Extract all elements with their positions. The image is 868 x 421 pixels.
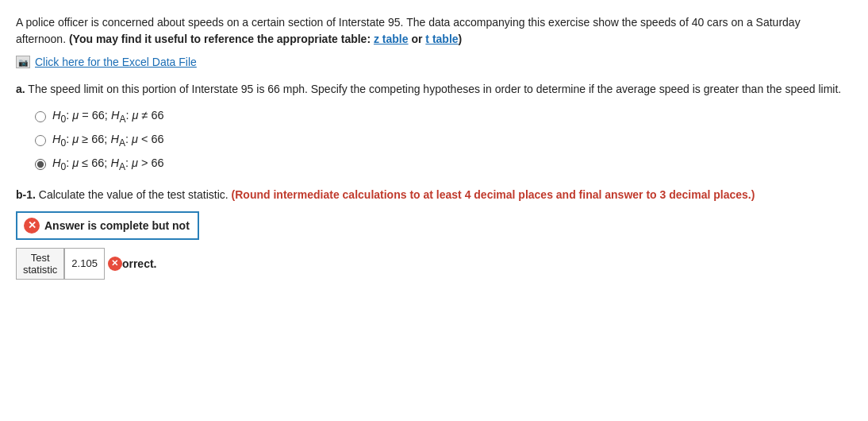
- hypothesis-label-2: H0: μ ≥ 66; HA: μ < 66: [52, 133, 164, 149]
- answer-header-text: Answer is complete but not: [44, 219, 190, 232]
- section-a-label: a.: [16, 83, 25, 95]
- result-table-area: Test statistic 2.105 ✕ orrect.: [16, 248, 852, 280]
- incorrect-label-area: ✕ orrect.: [105, 248, 157, 280]
- hypothesis-label-1: H0: μ = 66; HA: μ ≠ 66: [52, 109, 164, 125]
- excel-data-link[interactable]: Click here for the Excel Data File: [35, 56, 197, 68]
- test-statistic-value: 2.105: [71, 257, 98, 269]
- b1-question-text: Calculate the value of the test statisti…: [39, 188, 229, 201]
- intro-paragraph: A police officer is concerned about spee…: [16, 14, 852, 48]
- header-line2: statistic: [23, 264, 57, 276]
- hypothesis-radio-1[interactable]: [35, 111, 46, 122]
- t-table-link[interactable]: t table: [425, 33, 458, 45]
- hypothesis-option-2[interactable]: H0: μ ≥ 66; HA: μ < 66: [35, 133, 852, 149]
- hypothesis-option-3[interactable]: H0: μ ≤ 66; HA: μ > 66: [35, 156, 852, 172]
- error-icon-small: ✕: [108, 257, 122, 271]
- answer-box: ✕ Answer is complete but not: [16, 211, 199, 240]
- test-statistic-header: Test statistic: [16, 248, 64, 280]
- test-statistic-value-cell: 2.105: [64, 248, 105, 280]
- header-line1: Test: [31, 252, 50, 264]
- picture-icon: 📷: [16, 56, 30, 68]
- hypothesis-radio-2[interactable]: [35, 135, 46, 146]
- hypothesis-radio-group: H0: μ = 66; HA: μ ≠ 66 H0: μ ≥ 66; HA: μ…: [35, 109, 852, 172]
- incorrect-suffix: orrect.: [122, 257, 157, 270]
- hypothesis-option-1[interactable]: H0: μ = 66; HA: μ ≠ 66: [35, 109, 852, 125]
- b1-bold-instruction: (Round intermediate calculations to at l…: [232, 188, 755, 201]
- section-a-question: a. The speed limit on this portion of In…: [16, 81, 852, 98]
- z-table-link[interactable]: z table: [374, 33, 409, 45]
- intro-bold: (You may find it useful to reference the…: [69, 33, 462, 45]
- b1-label: b-1.: [16, 188, 36, 201]
- b1-instruction: b-1. Calculate the value of the test sta…: [16, 187, 852, 203]
- excel-link-row: 📷 Click here for the Excel Data File: [16, 56, 852, 68]
- section-b1: b-1. Calculate the value of the test sta…: [16, 187, 852, 280]
- hypothesis-label-3: H0: μ ≤ 66; HA: μ > 66: [52, 156, 164, 172]
- answer-header: ✕ Answer is complete but not: [24, 218, 190, 234]
- hypothesis-radio-3[interactable]: [35, 159, 46, 170]
- error-icon: ✕: [24, 218, 40, 234]
- section-a-question-text: The speed limit on this portion of Inter…: [28, 83, 841, 95]
- section-a: a. The speed limit on this portion of In…: [16, 81, 852, 172]
